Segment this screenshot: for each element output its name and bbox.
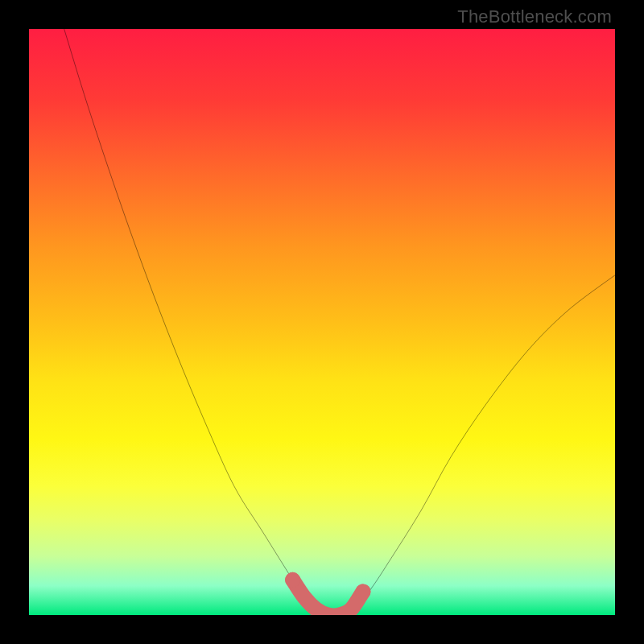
curve-svg	[29, 29, 615, 615]
plot-area	[29, 29, 615, 615]
optimal-zone-highlight	[293, 580, 363, 615]
watermark-text: TheBottleneck.com	[457, 6, 612, 27]
optimal-zone-endpoint	[355, 584, 370, 599]
bottleneck-curve	[64, 29, 615, 615]
optimal-zone-endpoint	[285, 572, 300, 588]
chart-frame: TheBottleneck.com	[0, 0, 644, 644]
